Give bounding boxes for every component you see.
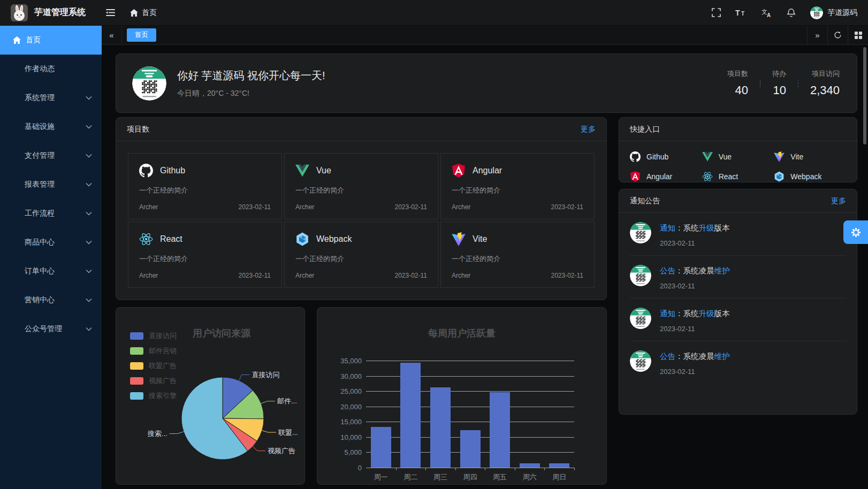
bar-x-label: 周六 [515,472,545,482]
shortcut-Angular[interactable]: Angular [630,171,702,182]
bar-x-tick [515,468,515,470]
sidebar-item-作者动态[interactable]: 作者动态 [0,55,102,83]
shortcut-Vue[interactable]: Vue [702,151,774,162]
project-footer: Archer2023-02-11 [295,272,427,279]
settings-fab[interactable] [843,220,868,244]
shortcuts-card: 快捷入口 GithubVueViteAngularReactWebpack [619,117,857,182]
navbar: 芋道管理系统 首页 TT 文A [0,0,868,26]
shortcut-Github[interactable]: Github [630,151,702,162]
tab-home[interactable]: 首页 [127,28,156,42]
github-icon [630,151,641,162]
sidebar-item-订单中心[interactable]: 订单中心 [0,257,102,286]
sidebar-item-支付管理[interactable]: 支付管理 [0,141,102,170]
bar-周日[interactable] [549,463,569,468]
notice-title: 通知：系统升级版本 [660,309,730,319]
notices-more-link[interactable]: 更多 [831,196,846,206]
project-author: Archer [452,272,470,279]
locale-icon[interactable]: 文A [762,8,772,18]
react-icon [702,171,713,182]
shortcut-label: Vite [790,152,803,161]
bar-x-label: 周五 [485,472,515,482]
sidebar-item-label: 公众号管理 [25,324,62,334]
project-author: Archer [295,272,314,279]
sidebar-item-label: 基础设施 [25,122,55,132]
fullscreen-icon[interactable] [712,8,721,17]
sidebar-item-label: 支付管理 [25,151,55,161]
sidebar-item-label: 作者动态 [25,64,55,74]
sidebar-item-公众号管理[interactable]: 公众号管理 [0,315,102,343]
breadcrumb-label: 首页 [142,8,157,18]
notice-item[interactable]: 公告：系统凌晨维护2023-02-11 [630,341,846,384]
chevron-down-icon [86,211,92,216]
project-card-head: Vite [452,232,583,246]
app-logo[interactable] [11,4,28,21]
notices-title: 通知公告 [630,196,660,206]
stat-divider [798,80,798,87]
pie-label-line [261,401,275,403]
webpack-icon [295,232,309,246]
project-card-head: Angular [452,164,583,178]
user-menu[interactable]: 芋道源码 [810,6,857,19]
refresh-icon[interactable] [827,26,848,45]
sidebar-item-工作流程[interactable]: 工作流程 [0,199,102,228]
notice-title-part: 升级 [699,309,714,318]
project-desc: 一个正经的简介 [139,254,271,264]
notice-tag: 公告 [660,266,675,275]
font-size-icon[interactable]: TT [735,9,747,17]
tabs-scroll-right-icon[interactable]: » [807,26,827,45]
notice-item[interactable]: 通知：系统升级版本2023-02-11 [630,213,846,256]
stat-value: 10 [772,83,786,97]
sidebar-item-报表管理[interactable]: 报表管理 [0,170,102,199]
project-card-Vite[interactable]: Vite一个正经的简介Archer2023-02-11 [440,221,595,288]
projects-more-link[interactable]: 更多 [581,125,596,134]
pie-callout-label: 联盟... [278,429,298,437]
sidebar-item-label: 首页 [26,35,41,45]
notice-avatar [630,222,651,243]
bar-周三[interactable] [430,387,451,468]
project-footer: Archer2023-02-11 [295,203,427,211]
shortcut-Webpack[interactable]: Webpack [774,171,846,182]
bar-周五[interactable] [490,392,510,468]
notice-avatar [630,308,651,329]
bar-x-label: 周四 [455,472,485,482]
project-card-Vue[interactable]: Vue一个正经的简介Archer2023-02-11 [284,153,438,219]
scrollbar-thumb[interactable] [863,47,866,144]
notices-card: 通知公告 更多 通知：系统升级版本2023-02-11 公告：系统凌晨维护202… [619,189,857,415]
sidebar: 首页作者动态系统管理基础设施支付管理报表管理工作流程商品中心订单中心营销中心公众… [0,26,102,489]
user-name: 芋道源码 [827,8,857,18]
breadcrumb[interactable]: 首页 [130,8,157,18]
project-card-Angular[interactable]: Angular一个正经的简介Archer2023-02-11 [440,153,595,219]
sidebar-item-营销中心[interactable]: 营销中心 [0,286,102,315]
notice-item[interactable]: 公告：系统凌晨维护2023-02-11 [630,256,846,299]
tabs-scroll-left-icon[interactable]: « [102,26,122,45]
pie-label-line [262,431,276,433]
notice-text: 通知：系统升级版本2023-02-11 [660,222,730,247]
project-footer: Archer2023-02-11 [139,203,271,211]
sidebar-item-系统管理[interactable]: 系统管理 [0,83,102,112]
notice-title-part: ：系统 [675,224,699,232]
bar-周四[interactable] [460,430,481,468]
bar-周一[interactable] [371,427,391,468]
sidebar-item-基础设施[interactable]: 基础设施 [0,112,102,141]
bar-周六[interactable] [520,463,540,468]
shortcut-React[interactable]: React [702,171,774,182]
bar-周二[interactable] [400,363,421,468]
tabbar: « 首页 » [102,26,868,45]
sidebar-item-首页[interactable]: 首页 [0,26,102,55]
vue-icon [702,151,713,162]
bell-icon[interactable] [787,8,796,18]
project-card-Github[interactable]: Github一个正经的简介Archer2023-02-11 [128,153,282,219]
menu-fold-icon[interactable] [106,9,115,17]
project-card-head: React [139,232,271,246]
sidebar-item-商品中心[interactable]: 商品中心 [0,228,102,257]
project-card-Webpack[interactable]: Webpack一个正经的简介Archer2023-02-11 [284,221,438,288]
shortcut-Vite[interactable]: Vite [774,151,846,162]
notice-item[interactable]: 通知：系统升级版本2023-02-11 [630,299,846,341]
grid-menu-icon[interactable] [848,26,868,45]
bar-gridline [366,422,574,422]
shortcut-label: Angular [646,172,672,181]
chevron-down-icon [86,240,92,244]
project-card-React[interactable]: React一个正经的简介Archer2023-02-11 [128,221,282,288]
bar-x-label: 周二 [396,472,426,482]
bar-y-tick-label: 5,000 [329,448,362,456]
